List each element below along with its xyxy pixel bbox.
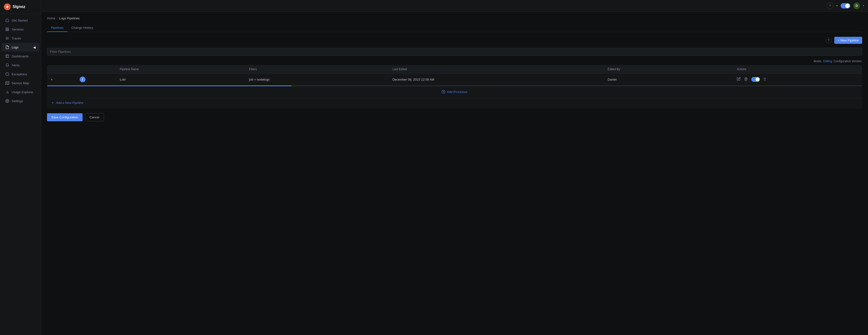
col-header-expand: [47, 65, 76, 74]
delete-icon[interactable]: [744, 77, 748, 82]
sidebar-label-traces: Traces: [11, 37, 21, 40]
breadcrumb-current: Logs Pipelines: [59, 16, 80, 20]
pipeline-last-edited-cell: December 06, 2023 12:59 AM: [389, 74, 604, 86]
sidebar-item-dashboards[interactable]: Dashboards: [1, 52, 39, 61]
svg-rect-8: [6, 55, 9, 58]
sidebar-item-usage-explorer[interactable]: Usage Explorer: [1, 88, 39, 96]
bar-chart-icon: [5, 90, 9, 94]
traces-icon: [5, 36, 9, 40]
sidebar-label-service-map: Service Map: [11, 81, 29, 85]
footer-actions: Save Configuration Cancel: [47, 113, 862, 121]
add-pipeline-button[interactable]: Add a New Pipeline: [51, 101, 83, 105]
col-header-filters: Filters: [245, 65, 389, 74]
pipeline-name-cell: Loki: [116, 74, 245, 86]
sidebar-item-logs[interactable]: Logs ◀: [1, 43, 39, 52]
add-pipeline-label: Add a New Pipeline: [56, 101, 83, 105]
svg-marker-14: [6, 81, 9, 85]
pipeline-toggle[interactable]: [751, 77, 760, 82]
pipeline-table: Pipeline Name Filters Last Edited Edited…: [47, 65, 862, 108]
sidebar-item-get-started[interactable]: Get Started: [1, 16, 39, 25]
app-logo: SIgnoz: [0, 0, 41, 14]
col-header-actions: Actions: [733, 65, 862, 74]
sidebar: SIgnoz Get Started Services Traces Logs …: [0, 0, 41, 335]
avatar-initials: D: [856, 4, 858, 7]
row-number-badge: 1: [80, 76, 86, 82]
sidebar-item-settings[interactable]: Settings: [1, 97, 39, 105]
table-row: ▾ 1 Loki job = nodelogs December 06, 202…: [47, 74, 862, 86]
add-pipeline-icon: [51, 101, 55, 105]
mode-version-label: Configuration Version:: [834, 60, 862, 63]
mode-bar: Mode: Editing Configuration Version:: [47, 60, 862, 63]
sidebar-label-settings: Settings: [11, 99, 23, 103]
tab-bar: Pipelines Change History: [47, 24, 862, 32]
sidebar-label-get-started: Get Started: [11, 19, 28, 22]
svg-point-0: [6, 6, 8, 8]
col-header-pipeline-name: Pipeline Name: [116, 65, 245, 74]
topbar-toggle[interactable]: [841, 3, 850, 8]
topbar-user-chevron[interactable]: ▾: [863, 4, 864, 7]
sidebar-item-exceptions[interactable]: Exceptions: [1, 70, 39, 78]
add-pipeline-row: Add a New Pipeline: [47, 98, 862, 108]
bell-icon: [5, 63, 9, 67]
main-content: Home / Logs Pipelines Pipelines Change H…: [41, 12, 868, 335]
svg-rect-3: [7, 30, 9, 31]
breadcrumb-separator: /: [57, 16, 58, 20]
add-processor-label: Add Processor: [447, 90, 467, 94]
table-header-row: Pipeline Name Filters Last Edited Edited…: [47, 65, 862, 74]
breadcrumb: Home / Logs Pipelines: [47, 16, 862, 20]
home-icon: [5, 19, 9, 22]
settings-icon: [5, 99, 9, 103]
sidebar-label-exceptions: Exceptions: [11, 72, 27, 76]
tab-pipelines[interactable]: Pipelines: [47, 24, 68, 32]
pipeline-actions-cell: ⠿: [733, 74, 862, 86]
add-processor-button[interactable]: Add Processor: [441, 90, 467, 94]
col-header-edited-by: Edited By: [604, 65, 733, 74]
svg-rect-2: [7, 28, 9, 29]
sidebar-label-services: Services: [11, 28, 24, 31]
sidebar-label-logs: Logs: [11, 45, 19, 49]
map-icon: [5, 81, 9, 85]
help-icon[interactable]: ?: [826, 37, 831, 43]
logs-icon: [5, 45, 9, 49]
svg-rect-4: [6, 30, 7, 31]
pipeline-filters-cell: job = nodelogs: [245, 74, 389, 86]
row-expand-icon[interactable]: ▾: [51, 78, 53, 81]
tab-change-history[interactable]: Change History: [68, 24, 97, 32]
logo-icon: [4, 3, 11, 10]
more-options-icon[interactable]: ⠿: [764, 77, 767, 82]
col-header-last-edited: Last Edited: [389, 65, 604, 74]
logs-expand-icon: ◀: [33, 45, 36, 49]
actions-container: ⠿: [737, 77, 858, 82]
row-expand-cell: ▾: [47, 74, 76, 86]
row-number-cell: 1: [76, 74, 116, 86]
dashboards-icon: [5, 54, 9, 58]
grid-icon: [5, 27, 9, 31]
topbar-help-dropdown[interactable]: ▾: [836, 4, 838, 7]
add-processor-cell: Add Processor: [47, 87, 862, 98]
sidebar-item-service-map[interactable]: Service Map: [1, 79, 39, 88]
topbar-avatar[interactable]: D: [853, 2, 860, 9]
sidebar-nav: Get Started Services Traces Logs ◀ Dashb…: [0, 14, 41, 335]
sidebar-item-traces[interactable]: Traces: [1, 34, 39, 43]
sidebar-item-alerts[interactable]: Alerts: [1, 61, 39, 69]
edit-icon[interactable]: [737, 77, 741, 82]
app-name: SIgnoz: [12, 5, 25, 9]
topbar-help-button[interactable]: ?: [827, 2, 833, 9]
cancel-button[interactable]: Cancel: [85, 113, 104, 121]
new-pipeline-button[interactable]: + New Pipeline: [834, 37, 862, 44]
mode-label: Mode:: [814, 60, 822, 63]
sidebar-label-dashboards: Dashboards: [11, 55, 29, 58]
toolbar: ? + New Pipeline: [47, 37, 862, 44]
topbar: ? ▾ D ▾: [41, 0, 868, 12]
add-processor-row: Add Processor: [47, 87, 862, 98]
sidebar-label-alerts: Alerts: [11, 63, 20, 67]
add-processor-icon: [441, 90, 445, 94]
col-header-num: [76, 65, 116, 74]
filter-input[interactable]: [47, 48, 862, 56]
mode-editing-label: Editing: [823, 60, 832, 63]
svg-rect-1: [6, 28, 7, 29]
pipeline-edited-by-cell: Daniel: [604, 74, 733, 86]
save-configuration-button[interactable]: Save Configuration: [47, 113, 83, 121]
breadcrumb-home[interactable]: Home: [47, 16, 56, 20]
sidebar-item-services[interactable]: Services: [1, 25, 39, 34]
